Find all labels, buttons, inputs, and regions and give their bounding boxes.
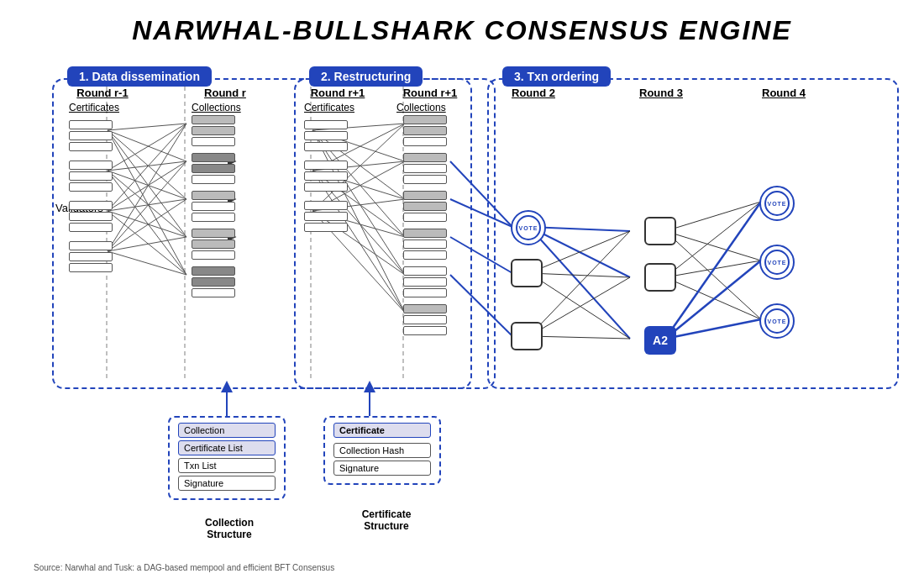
stack-row xyxy=(192,175,235,184)
stack-row xyxy=(304,142,348,151)
main-title: NARWHAL-BULLSHARK CONSENSUS ENGINE xyxy=(0,0,924,55)
dag-vote-r4-2: VOTE xyxy=(759,245,795,280)
stack-row xyxy=(192,191,235,200)
dag-anchor-a2: A2 xyxy=(644,326,676,355)
certificate-structure-box: Certificate Collection Hash Signature xyxy=(323,416,441,485)
stack-row xyxy=(69,201,113,210)
stack-row xyxy=(192,266,235,276)
round-r-plus-1-colls-label: Round r+1 xyxy=(396,87,464,99)
dag-node-r2-3 xyxy=(511,322,543,350)
stack-row xyxy=(403,288,447,297)
stack-row xyxy=(69,223,113,232)
stack-row xyxy=(304,182,348,192)
stack-row xyxy=(403,326,447,335)
stack-row xyxy=(69,263,113,272)
round-2-label: Round 2 xyxy=(504,87,563,99)
stack-row xyxy=(304,120,348,129)
sublabel-colls-r: Collections xyxy=(192,102,241,113)
vote-stamp-r4-1: VOTE xyxy=(761,187,793,219)
sublabel-certs-r1-b: Certificates xyxy=(304,102,354,113)
stack-row xyxy=(192,202,235,211)
stack-r1b-cert-3 xyxy=(304,201,348,232)
stack-r1-coll-5 xyxy=(403,266,447,297)
stack-row xyxy=(403,250,447,260)
collection-structure-box: Collection Certificate List Txn List Sig… xyxy=(168,416,286,500)
stack-row xyxy=(304,161,348,170)
stack-row xyxy=(403,175,447,184)
stack-row xyxy=(403,315,447,324)
stack-r1-cert-2 xyxy=(69,161,113,192)
stack-r-coll-3 xyxy=(192,191,235,222)
struct-row-cert-list: Certificate List xyxy=(178,440,276,455)
stack-r1-coll-6 xyxy=(403,304,447,335)
stack-r1-coll-1 xyxy=(403,115,447,146)
stack-row xyxy=(192,164,235,173)
round-4-label: Round 4 xyxy=(754,87,813,99)
stack-row xyxy=(69,120,113,129)
stack-row xyxy=(403,229,447,238)
stack-r1b-cert-1 xyxy=(304,120,348,151)
stack-r-coll-1 xyxy=(192,115,235,146)
round-r-plus-1-label: Round r+1 xyxy=(304,87,371,99)
stack-row xyxy=(69,161,113,170)
stack-row xyxy=(403,191,447,200)
struct-row-signature2: Signature xyxy=(333,461,431,476)
stack-row xyxy=(403,126,447,135)
section2-label: 2. Restructuring xyxy=(309,66,423,87)
stack-row xyxy=(192,137,235,146)
dag-vote-r4-1: VOTE xyxy=(759,186,795,221)
stack-row xyxy=(192,115,235,124)
struct-row-coll-hash: Collection Hash xyxy=(333,443,431,458)
vote-text-r4-1: VOTE xyxy=(767,201,786,207)
stack-row xyxy=(69,212,113,221)
stack-row xyxy=(403,164,447,173)
section1-label: 1. Data dissemination xyxy=(67,66,212,87)
stack-r1-coll-4 xyxy=(403,229,447,260)
stack-r1-cert-1 xyxy=(69,120,113,151)
stack-r1b-cert-2 xyxy=(304,161,348,192)
dag-vote-r4-3: VOTE xyxy=(759,303,795,339)
stack-row xyxy=(403,137,447,146)
stack-row xyxy=(403,213,447,222)
source-note: Source: Narwhal and Tusk: a DAG-based me… xyxy=(34,563,334,572)
sublabel-colls-r1: Collections xyxy=(396,102,446,113)
section3-label: 3. Txn ordering xyxy=(502,66,611,87)
stack-r1-cert-3 xyxy=(69,201,113,232)
stack-row xyxy=(403,153,447,162)
vote-stamp-r4-3: VOTE xyxy=(761,305,793,337)
vote-stamp-r4-2: VOTE xyxy=(761,246,793,278)
dag-node-r2-2 xyxy=(511,259,543,287)
dag-node-r3-2 xyxy=(644,263,676,292)
round-3-label: Round 3 xyxy=(632,87,690,99)
stack-row xyxy=(69,171,113,181)
vote-text-r4-2: VOTE xyxy=(767,260,786,266)
stack-row xyxy=(304,171,348,181)
struct-row-txn-list: Txn List xyxy=(178,458,276,473)
stack-row xyxy=(403,266,447,276)
stack-row xyxy=(192,213,235,222)
stack-row xyxy=(69,131,113,140)
stack-row xyxy=(403,115,447,124)
vote-text-1: VOTE xyxy=(518,225,538,231)
round-r-minus-1-label: Round r-1 xyxy=(69,87,136,99)
struct-row-collection: Collection xyxy=(178,423,276,438)
collection-structure-label: CollectionStructure xyxy=(175,517,284,540)
stack-row xyxy=(192,126,235,135)
stack-row xyxy=(304,201,348,210)
stack-row xyxy=(192,239,235,249)
stack-row xyxy=(192,229,235,238)
stack-row xyxy=(403,202,447,211)
stack-row xyxy=(192,277,235,287)
stack-row xyxy=(69,241,113,250)
stack-row xyxy=(69,142,113,151)
dag-node-r3-1 xyxy=(644,217,676,245)
sublabel-certs-r1: Certificates xyxy=(69,102,119,113)
stack-r-coll-5 xyxy=(192,266,235,297)
stack-row xyxy=(192,288,235,297)
stack-row xyxy=(304,131,348,140)
stack-r-coll-4 xyxy=(192,229,235,260)
stack-r-coll-2 xyxy=(192,153,235,184)
stack-r1-coll-3 xyxy=(403,191,447,222)
vote-stamp-1: VOTE xyxy=(512,212,544,244)
vote-text-r4-3: VOTE xyxy=(767,318,786,324)
